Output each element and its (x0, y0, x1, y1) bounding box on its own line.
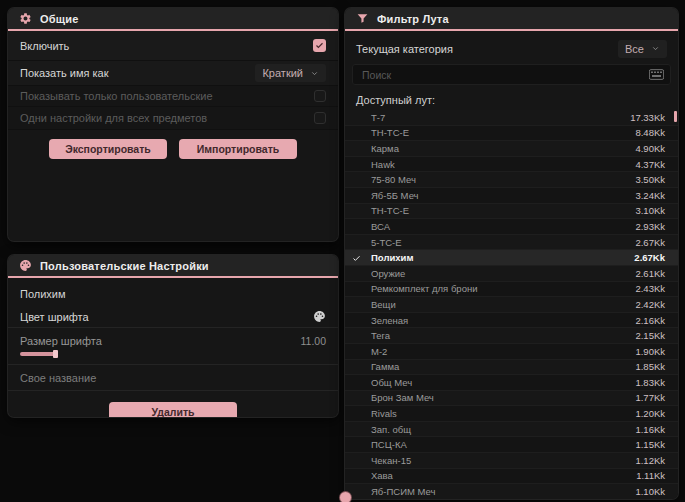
font-size-slider[interactable] (20, 351, 326, 356)
loot-item-value: 1.20Kk (635, 408, 665, 419)
loot-item-name: Чекан-15 (371, 455, 411, 466)
font-color-row[interactable]: Цвет шрифта (8, 306, 338, 328)
loot-filter-window: Фильтр Лута Текущая категория Все Доступ… (345, 8, 678, 499)
custom-name-input[interactable] (20, 372, 326, 384)
search-input[interactable] (362, 69, 644, 81)
check-icon (352, 254, 361, 263)
gear-icon (19, 12, 32, 25)
loot-item-value: 4.90Kk (635, 143, 665, 154)
only-custom-checkbox[interactable] (314, 90, 326, 102)
loot-item-value: 1.90Kk (635, 346, 665, 357)
loot-item-name: Оружие (371, 268, 405, 279)
loot-item-row[interactable]: Hawk 4.37Kk (345, 157, 678, 173)
slider-handle[interactable] (53, 350, 58, 358)
enable-label: Включить (20, 40, 69, 52)
chevron-down-icon (310, 69, 319, 78)
loot-item-row[interactable]: Полихим 2.67Kk (345, 250, 678, 266)
name-display-row: Показать имя как Краткий (8, 61, 338, 86)
loot-item-value: 1.85Kk (635, 361, 665, 372)
loot-item-row[interactable]: Яб-5Б Меч 3.24Kk (345, 188, 678, 204)
export-button[interactable]: Экспортировать (49, 139, 167, 159)
loot-item-value: 3.50Kk (635, 174, 665, 185)
enable-checkbox[interactable] (313, 39, 326, 52)
same-settings-row[interactable]: Одни настройки для всех предметов (8, 107, 338, 130)
loot-item-value: 1.83Kk (635, 377, 665, 388)
loot-item-value: 4.37Kk (635, 159, 665, 170)
general-settings-window: Общие Включить Показать имя как Краткий … (8, 8, 338, 241)
only-custom-row[interactable]: Показывать только пользовательские (8, 86, 338, 107)
category-label: Текущая категория (356, 43, 453, 55)
mouse-cursor (340, 492, 351, 502)
custom-name-row (8, 365, 338, 391)
slider-fill (20, 352, 56, 356)
loot-item-row[interactable]: Общ Меч 1.83Kk (345, 375, 678, 391)
font-size-row: Размер шрифта 11.00 (8, 332, 338, 349)
font-color-label: Цвет шрифта (20, 311, 89, 323)
same-settings-label: Одни настройки для всех предметов (20, 112, 207, 124)
loot-item-name: Hawk (371, 159, 395, 170)
general-window-header[interactable]: Общие (8, 8, 338, 31)
loot-window-title: Фильтр Лута (377, 13, 449, 25)
funnel-icon (356, 12, 369, 25)
color-picker-icon[interactable] (313, 310, 326, 323)
loot-item-name: 5-ТС-Е (371, 237, 402, 248)
loot-item-value: 3.10Kk (635, 205, 665, 216)
loot-item-value: 8.48Kk (635, 127, 665, 138)
delete-button[interactable]: Удалить (109, 402, 237, 417)
loot-item-value: 1.12Kk (635, 455, 665, 466)
loot-item-row[interactable]: Rivals 1.20Kk (345, 406, 678, 422)
same-settings-checkbox[interactable] (314, 112, 326, 124)
loot-window-header[interactable]: Фильтр Лута (345, 8, 678, 31)
loot-item-value: 1.10Kk (635, 486, 665, 497)
enable-row[interactable]: Включить (8, 31, 338, 61)
keyboard-icon[interactable] (649, 69, 664, 80)
loot-item-row[interactable]: Чекан-15 1.12Kk (345, 453, 678, 469)
loot-item-row[interactable]: Зеленая 2.16Kk (345, 313, 678, 329)
name-display-dropdown[interactable]: Краткий (255, 64, 326, 82)
loot-item-row[interactable]: 75-80 Меч 3.50Kk (345, 172, 678, 188)
loot-item-value: 2.61Kk (635, 268, 665, 279)
loot-item-value: 1.77Kk (635, 392, 665, 403)
loot-item-row[interactable]: Гамма 1.85Kk (345, 360, 678, 376)
loot-item-value: 2.93Kk (635, 221, 665, 232)
loot-item-name: М-2 (371, 346, 387, 357)
loot-item-name: Карма (371, 143, 399, 154)
loot-item-row[interactable]: Яб-ПСИМ Меч 1.10Kk (345, 484, 678, 499)
custom-window-title: Пользовательские Настройки (40, 260, 209, 272)
loot-item-name: 75-80 Меч (371, 174, 416, 185)
loot-item-name: Вещи (371, 299, 396, 310)
only-custom-label: Показывать только пользовательские (20, 90, 213, 102)
loot-list: Т-7 17.33Kk ТН-ТС-Е 8.48Kk Карма 4.90Kk (345, 110, 678, 499)
loot-item-row[interactable]: Тега 2.15Kk (345, 328, 678, 344)
general-window-title: Общие (40, 13, 79, 25)
loot-item-value: 2.67Kk (635, 237, 665, 248)
loot-item-name: Тега (371, 330, 390, 341)
loot-item-name: Яб-5Б Меч (371, 190, 419, 201)
loot-item-row[interactable]: Брон Зам Меч 1.77Kk (345, 391, 678, 407)
loot-item-row[interactable]: 5-ТС-Е 2.67Kk (345, 235, 678, 251)
loot-item-row[interactable]: Хава 1.11Kk (345, 469, 678, 485)
name-display-dropdown-value: Краткий (262, 67, 303, 79)
loot-item-row[interactable]: Т-7 17.33Kk (345, 110, 678, 126)
loot-item-row[interactable]: ТН-ТС-Е 8.48Kk (345, 126, 678, 142)
loot-item-name: Ремкомплект для брони (371, 283, 477, 294)
loot-item-value: 17.33Kk (630, 112, 665, 123)
category-dropdown[interactable]: Все (618, 40, 667, 58)
loot-item-name: Брон Зам Меч (371, 392, 434, 403)
loot-item-row[interactable]: Зап. общ 1.16Kk (345, 422, 678, 438)
category-row: Текущая категория Все (345, 35, 678, 62)
loot-item-row[interactable]: ТН-ТС-Е 3.10Kk (345, 204, 678, 220)
loot-item-row[interactable]: Ремкомплект для брони 2.43Kk (345, 282, 678, 298)
loot-item-value: 1.11Kk (636, 470, 665, 481)
loot-item-row[interactable]: Оружие 2.61Kk (345, 266, 678, 282)
loot-item-row[interactable]: ПСЦ-КА 1.15Kk (345, 437, 678, 453)
loot-item-row[interactable]: ВСА 2.93Kk (345, 219, 678, 235)
loot-item-name: Яб-ПСИМ Меч (371, 486, 435, 497)
custom-window-header[interactable]: Пользовательские Настройки (8, 255, 338, 278)
loot-item-name: Зеленая (371, 315, 408, 326)
loot-item-row[interactable]: М-2 1.90Kk (345, 344, 678, 360)
loot-item-row[interactable]: Карма 4.90Kk (345, 141, 678, 157)
import-button[interactable]: Импортировать (179, 139, 297, 159)
loot-item-row[interactable]: Вещи 2.42Kk (345, 297, 678, 313)
scrollbar-thumb[interactable] (674, 111, 677, 122)
